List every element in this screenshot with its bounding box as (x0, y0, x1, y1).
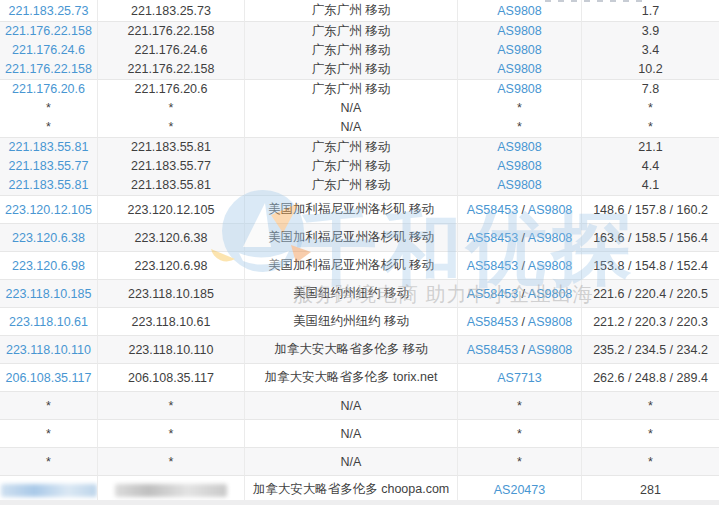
asn-link[interactable]: AS9808 (528, 315, 572, 329)
location-cell: 美国加利福尼亚州洛杉矶 移动 (245, 196, 458, 224)
asn-link[interactable]: AS58453 (467, 259, 518, 273)
ip-link-cell: * (0, 392, 98, 420)
asn-link[interactable]: AS9808 (497, 82, 541, 96)
asn-link[interactable]: AS9808 (497, 4, 541, 18)
asn-link[interactable]: AS9808 (528, 203, 572, 217)
latency-cell: 148.6 / 157.8 / 160.2 (582, 196, 719, 224)
asn-link[interactable]: AS9808 (528, 287, 572, 301)
asn-link[interactable]: AS9808 (497, 140, 541, 154)
cell-line: 10.2 (582, 60, 719, 79)
location-text: N/A (341, 101, 362, 115)
cell-line: N/A (245, 99, 457, 118)
asn-separator: / (518, 287, 528, 301)
ip-link[interactable]: 221.176.22.158 (5, 62, 92, 76)
asn-cell: AS58453 / AS9808 (458, 224, 582, 252)
cell-line: * (0, 118, 97, 137)
location-cell: 美国纽约州纽约 移动 (245, 308, 458, 336)
asn-link[interactable]: AS58453 (467, 231, 518, 245)
asn-link[interactable]: AS9808 (528, 259, 572, 273)
asn-link[interactable]: AS9808 (497, 178, 541, 192)
location-text: 加拿大安大略省多伦多 移动 (274, 342, 427, 356)
ip-text: * (169, 455, 174, 469)
cell-line: 221.183.55.81 (0, 138, 97, 157)
location-text: 加拿大安大略省多伦多 torix.net (265, 370, 438, 384)
cell-line: 221.176.22.158 (98, 60, 244, 79)
asn-link[interactable]: AS58453 (467, 343, 518, 357)
latency-text: 235.2 / 234.5 / 234.2 (593, 343, 708, 357)
location-text: N/A (341, 399, 362, 413)
cell-line: AS9808 (458, 157, 581, 176)
cell-line: * (582, 118, 719, 137)
asn-link[interactable]: AS20473 (494, 483, 545, 497)
asn-cell: AS9808 (458, 0, 582, 22)
latency-cell: 262.6 / 248.8 / 289.4 (582, 364, 719, 392)
table-row: **N/A** (0, 420, 719, 448)
asn-link[interactable]: AS7713 (497, 371, 541, 385)
traceroute-page: { "table": { "rows": [ {"ip":["221.183.2… (0, 0, 719, 505)
ip-text: 221.183.55.77 (131, 159, 211, 173)
cell-line: AS9808 (458, 176, 581, 195)
hop-timeout-star: * (517, 455, 522, 469)
cell-line: 广东广州 移动 (245, 41, 457, 60)
cell-line: AS9808 (458, 80, 581, 99)
censored-ip-block (115, 484, 227, 497)
asn-cell: AS9808** (458, 80, 582, 138)
cell-line: * (98, 118, 244, 137)
latency-text: 7.8 (642, 82, 659, 96)
ip-cell: * (98, 420, 245, 448)
ip-link[interactable]: 223.120.6.38 (12, 231, 85, 245)
cell-line: 221.176.22.158 (98, 22, 244, 41)
asn-link[interactable]: AS9808 (497, 159, 541, 173)
asn-link[interactable]: AS9808 (497, 43, 541, 57)
ip-link[interactable]: 223.118.10.110 (6, 343, 91, 357)
latency-cell: * (582, 392, 719, 420)
ip-text: 223.118.10.61 (131, 315, 210, 329)
page-background-strip (0, 500, 719, 505)
ip-link[interactable]: 221.176.20.6 (12, 82, 85, 96)
cell-line: * (98, 99, 244, 118)
ip-link[interactable]: 221.176.24.6 (12, 43, 85, 57)
asn-link[interactable]: AS9808 (528, 231, 572, 245)
latency-text: 4.1 (642, 178, 659, 192)
ip-link[interactable]: 221.183.55.81 (9, 140, 89, 154)
ip-link[interactable]: 206.108.35.117 (6, 371, 92, 385)
asn-link[interactable]: AS58453 (467, 203, 518, 217)
asn-link[interactable]: AS9808 (497, 24, 541, 38)
asn-link[interactable]: AS58453 (467, 287, 518, 301)
asn-cell: * (458, 420, 582, 448)
asn-link[interactable]: AS58453 (467, 315, 518, 329)
ip-text: 221.176.20.6 (135, 82, 208, 96)
asn-link[interactable]: AS9808 (497, 62, 541, 76)
latency-text: 4.4 (642, 159, 659, 173)
cell-line: 广东广州 移动 (245, 22, 457, 41)
ip-text: * (169, 399, 174, 413)
ip-link[interactable]: 221.183.55.77 (9, 159, 89, 173)
latency-cell: 7.8** (582, 80, 719, 138)
location-cell: N/A (245, 392, 458, 420)
asn-separator: / (518, 343, 528, 357)
cell-line: 广东广州 移动 (245, 176, 457, 195)
location-text: 美国加利福尼亚州洛杉矶 移动 (268, 258, 434, 272)
ip-link[interactable]: 221.176.22.158 (5, 24, 92, 38)
ip-link[interactable]: 221.183.25.73 (9, 4, 89, 18)
hop-timeout-star: * (46, 101, 51, 115)
table-row: 221.183.25.73221.183.25.73广东广州 移动AS98081… (0, 0, 719, 22)
cell-line: 221.176.20.6 (0, 80, 97, 99)
ip-cell: 223.120.6.98 (98, 252, 245, 280)
ip-link[interactable]: 223.118.10.61 (9, 315, 88, 329)
ip-text: 221.176.22.158 (128, 62, 215, 76)
ip-link[interactable]: 221.183.55.81 (9, 178, 89, 192)
ip-link[interactable]: 223.118.10.185 (6, 287, 92, 301)
cell-line: 221.176.22.158 (0, 22, 97, 41)
ip-link[interactable]: 223.120.12.105 (5, 203, 92, 217)
cell-line: 4.4 (582, 157, 719, 176)
asn-separator: / (518, 203, 528, 217)
ip-link[interactable]: 223.120.6.98 (12, 259, 85, 273)
latency-text: 10.2 (638, 62, 662, 76)
ip-text: * (169, 427, 174, 441)
ip-cell: 223.118.10.185 (98, 280, 245, 308)
ip-cell: 223.118.10.110 (98, 336, 245, 364)
location-cell: 加拿大安大略省多伦多 移动 (245, 336, 458, 364)
asn-link[interactable]: AS9808 (528, 343, 572, 357)
location-text: N/A (341, 120, 362, 134)
